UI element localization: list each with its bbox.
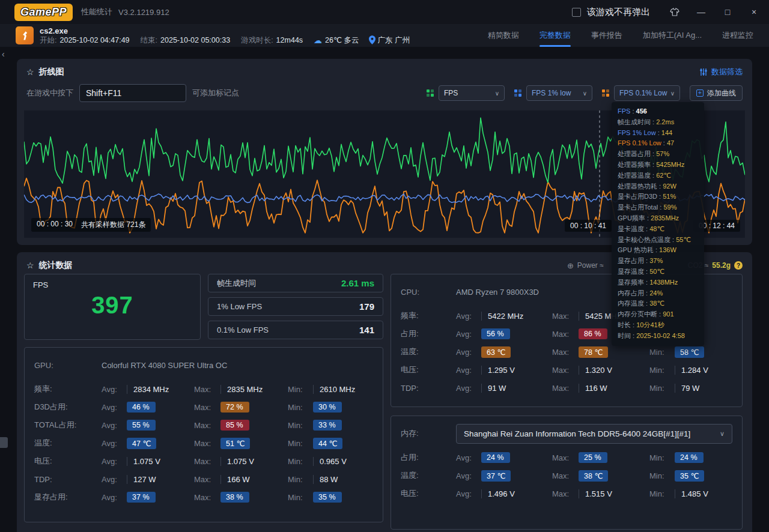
add-curve-button[interactable]: + 添加曲线	[690, 85, 743, 101]
cpu-label: CPU:	[401, 288, 456, 297]
memory-label: 内存:	[401, 428, 456, 439]
chart-tooltip: FPS : 456帧生成时间 : 2.2msFPS 1% Low : 144FP…	[612, 102, 704, 346]
frametime-value: 2.61 ms	[341, 278, 374, 288]
max-value: 166 W	[220, 475, 250, 484]
help-icon[interactable]: ?	[734, 261, 743, 270]
stat-row: D3D占用:Avg:46 %Max:72 %Min:30 %	[34, 398, 373, 416]
stat-row: 显存占用:Avg:37 %Max:38 %Min:35 %	[34, 488, 373, 506]
tab-进程监控[interactable]: 进程监控	[722, 24, 753, 47]
memory-table: 占用:Avg:24 %Max:25 %Min:24 %温度:Avg:37 ℃Ma…	[401, 449, 732, 503]
min-value: 30 %	[313, 402, 342, 413]
filter-sliders-icon	[699, 68, 708, 76]
gpu-table: 频率:Avg:2834 MHzMax:2835 MHzMin:2610 MHzD…	[34, 380, 373, 506]
gpu-stats-box: GPU: Colorful RTX 4080 SUPER Ultra OC 频率…	[24, 347, 383, 522]
power-label: Power ≈	[577, 261, 604, 270]
curve-select-0[interactable]: FPS∨	[439, 85, 505, 101]
min-value: 35 ℃	[675, 470, 704, 482]
start-label: 开始:	[40, 35, 56, 45]
frame-metrics: 帧生成时间 2.61 ms 1% Low FPS 179 0.1% Low FP…	[208, 274, 383, 339]
weather-cloud-icon: ☁	[314, 35, 322, 45]
app-version: V3.2.1219.912	[118, 8, 169, 17]
avg-value: 127 W	[127, 475, 156, 484]
hotkey-input[interactable]	[79, 84, 186, 102]
max-value: 1.075 V	[220, 457, 254, 466]
max-value: 51 ℃	[220, 438, 250, 449]
close-button[interactable]: ×	[744, 3, 764, 21]
min-value: 88 W	[313, 475, 338, 484]
tooltip-row: 内存温度 : 38℃	[618, 298, 698, 309]
tooltip-row: GPU 热功耗 : 136W	[618, 245, 698, 256]
minimize-button[interactable]: —	[691, 3, 711, 21]
memory-stats-box: 内存: Shanghai Rei Zuan Information Tech D…	[391, 416, 743, 530]
edge-widget-icon[interactable]	[0, 437, 8, 448]
data-filter-label: 数据筛选	[711, 67, 743, 77]
tooltip-row: 显卡占用D3D : 51%	[618, 192, 698, 202]
location-text: 广东 广州	[378, 35, 410, 45]
end-time: 2025-10-02 05:00:33	[160, 35, 230, 45]
star-icon: ☆	[26, 67, 34, 77]
curve-select-group-0: FPS∨	[427, 85, 505, 101]
low01-box: 0.1% Low FPS 141	[208, 321, 383, 339]
max-value: 86 %	[579, 328, 607, 339]
collapse-sidebar-button[interactable]: ‹	[2, 49, 5, 59]
avg-value: 1.075 V	[127, 457, 160, 466]
tab-事件报告[interactable]: 事件报告	[591, 24, 622, 47]
tooltip-row: 处理器热功耗 : 92W	[618, 181, 698, 192]
curve-select-2[interactable]: FPS 0.1% Low∨	[614, 85, 680, 101]
cpu-name: AMD Ryzen 7 9800X3D	[456, 288, 539, 297]
min-value: 44 ℃	[313, 438, 342, 449]
avg-value: 1.295 V	[481, 366, 515, 375]
tab-精简数据[interactable]: 精简数据	[488, 24, 519, 47]
tooltip-row: GPU频率 : 2835MHz	[618, 213, 698, 224]
gpu-name: Colorful RTX 4080 SUPER Ultra OC	[102, 361, 227, 370]
titlebar: GamePP 性能统计 V3.2.1219.912 该游戏不再弹出 — □ ×	[0, 0, 769, 24]
tooltip-row: 帧生成时间 : 2.2ms	[618, 117, 698, 128]
curve-select-group-2: FPS 0.1% Low∨	[602, 85, 680, 101]
plus-icon: +	[696, 89, 704, 97]
max-value: 1.320 V	[579, 366, 612, 375]
stat-row: 占用:Avg:24 %Max:25 %Min:24 %	[401, 449, 732, 467]
theme-skin-icon[interactable]	[664, 3, 685, 21]
avg-value: 37 ℃	[481, 470, 511, 482]
tab-加加特工(AI Ag...[interactable]: 加加特工(AI Ag...	[643, 24, 702, 47]
duration-label: 游戏时长:	[241, 35, 273, 45]
min-value: 33 %	[313, 420, 342, 431]
stat-row: 温度:Avg:37 ℃Max:38 ℃Min:35 ℃	[401, 467, 732, 485]
maximize-button[interactable]: □	[717, 3, 738, 21]
gamepp-logo: GamePP	[14, 4, 73, 21]
fps-value: 397	[33, 292, 192, 319]
memory-select[interactable]: Shanghai Rei Zuan Information Tech DDR5-…	[456, 424, 732, 444]
tooltip-row: 处理器温度 : 62℃	[618, 171, 698, 181]
co2-value: 55.2g	[712, 261, 731, 270]
tab-完整数据[interactable]: 完整数据	[540, 24, 571, 47]
hotkey-hint-prefix: 在游戏中按下	[26, 88, 73, 98]
tooltip-row: 显存频率 : 1438MHz	[618, 277, 698, 288]
weather-text: 26℃ 多云	[325, 35, 359, 45]
no-popup-label: 该游戏不再弹出	[587, 7, 650, 18]
chart-time-cursor: 00 : 10 : 41	[565, 220, 612, 232]
hotkey-hint-suffix: 可添加标记点	[192, 88, 239, 98]
game-name: cs2.exe	[40, 26, 410, 35]
data-filter-button[interactable]: 数据筛选	[699, 67, 743, 77]
tooltip-row: 显卡温度 : 48℃	[618, 224, 698, 235]
tooltip-row: 内存分页中断 : 901	[618, 309, 698, 320]
tooltip-row: 时间 : 2025-10-02 4:58	[618, 331, 698, 342]
max-value: 85 %	[220, 420, 249, 431]
max-value: 116 W	[579, 384, 607, 393]
sample-count: 共有采样数据 721条	[81, 220, 145, 230]
avg-value: 37 %	[127, 492, 156, 503]
chart-section-title: 折线图	[39, 67, 64, 77]
chevron-down-icon: ∨	[583, 90, 587, 97]
cs2-game-icon	[16, 26, 34, 44]
tooltip-row: 显卡占用Total : 59%	[618, 202, 698, 213]
no-popup-checkbox[interactable]	[572, 8, 581, 17]
max-value: 72 %	[220, 402, 249, 413]
chevron-down-icon: ∨	[720, 430, 725, 438]
min-value: 58 ℃	[675, 346, 704, 358]
stats-section-title: 统计数据	[39, 260, 73, 271]
tooltip-row: 内存占用 : 24%	[618, 288, 698, 299]
avg-value: 2834 MHz	[127, 385, 169, 394]
curve-select-1[interactable]: FPS 1% low∨	[526, 85, 592, 101]
chart-time-start: 00 : 00 : 30 共有采样数据 721条	[31, 218, 151, 232]
gamepp-window: GamePP 性能统计 V3.2.1219.912 该游戏不再弹出 — □ × …	[0, 0, 769, 532]
